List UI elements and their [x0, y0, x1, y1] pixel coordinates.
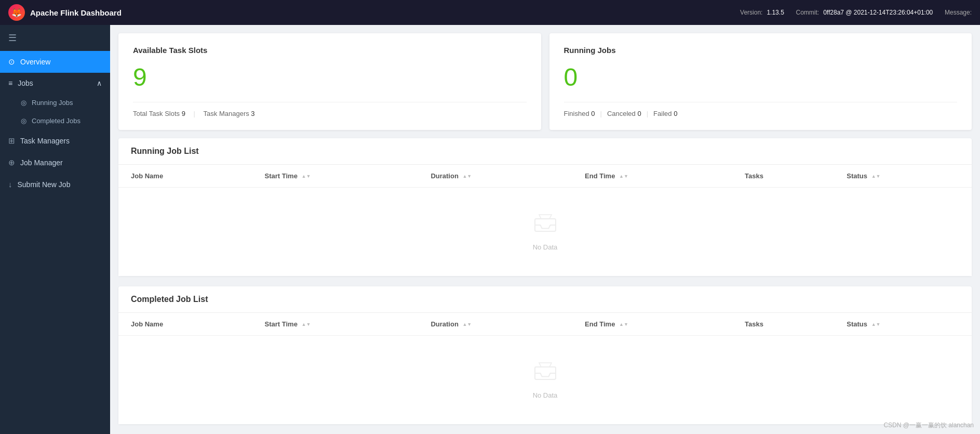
completed-jobs-circle-icon: ◎ [21, 117, 26, 125]
sidebar-jobs-left: ≡ Jobs [8, 79, 33, 87]
running-col-tasks: Tasks [732, 165, 834, 188]
jobs-icon: ≡ [8, 79, 12, 87]
running-no-data: No Data [118, 188, 972, 276]
running-no-data-icon [532, 213, 558, 238]
task-managers-label: Task Managers [204, 110, 249, 117]
running-jobs-value: 0 [564, 63, 958, 91]
jobs-chevron-icon: ∧ [97, 79, 102, 87]
task-managers-value: 3 [251, 110, 254, 117]
failed-value: 0 [674, 110, 677, 117]
completed-col-tasks: Tasks [732, 313, 834, 336]
commit-label: Commit: [796, 9, 819, 16]
completed-col-status[interactable]: Status ▲▼ [834, 313, 972, 336]
finished-label: Finished [564, 110, 589, 117]
sidebar: ☰ ⊙ Overview ≡ Jobs ∧ ◎ Running Jobs ◎ [0, 25, 110, 434]
running-col-end-time[interactable]: End Time ▲▼ [572, 165, 732, 188]
commit-value: 0ff28a7 @ 2021-12-14T23:26:04+01:00 [823, 9, 933, 16]
running-col-status[interactable]: Status ▲▼ [834, 165, 972, 188]
job-manager-icon: ⊕ [8, 158, 15, 167]
app-logo: 🦊 Apache Flink Dashboard [8, 4, 122, 21]
running-job-list-section: Running Job List Job Name Start Time ▲▼ … [118, 138, 972, 276]
overview-icon: ⊙ [8, 57, 15, 67]
running-col-job-name: Job Name [118, 165, 252, 188]
task-slots-title: Available Task Slots [133, 46, 527, 55]
running-col-duration[interactable]: Duration ▲▼ [418, 165, 572, 188]
task-slots-card: Available Task Slots 9 Total Task Slots … [118, 33, 541, 130]
completed-job-table: Job Name Start Time ▲▼ Duration ▲▼ End T… [118, 313, 972, 336]
completed-no-data: No Data [118, 336, 972, 424]
sidebar-completed-jobs-label: Completed Jobs [32, 117, 80, 125]
completed-job-list-title: Completed Job List [131, 295, 208, 304]
completed-no-data-text: No Data [533, 391, 558, 399]
version-label: Version: [740, 9, 762, 16]
sidebar-group-jobs: ≡ Jobs ∧ ◎ Running Jobs ◎ Completed Jobs [0, 73, 110, 130]
sidebar-overview-label: Overview [20, 58, 50, 66]
completed-no-data-icon [532, 361, 558, 386]
topbar-meta: Version: 1.13.5 Commit: 0ff28a7 @ 2021-1… [740, 9, 972, 16]
sidebar-submit-new-job-label: Submit New Job [18, 180, 71, 189]
completed-job-list-header: Completed Job List [118, 286, 972, 313]
canceled-value: 0 [637, 110, 641, 117]
sidebar-jobs-header[interactable]: ≡ Jobs ∧ [0, 73, 110, 94]
sidebar-item-overview[interactable]: ⊙ Overview [0, 51, 110, 73]
footer-credit: CSDN @一赢一赢的饮 alanchan [883, 422, 974, 429]
hamburger-icon: ☰ [8, 33, 17, 43]
menu-toggle[interactable]: ☰ [0, 25, 110, 51]
running-jobs-footer: Finished 0 | Canceled 0 | Failed 0 [564, 102, 958, 117]
sidebar-item-running-jobs[interactable]: ◎ Running Jobs [0, 94, 110, 112]
sidebar-item-task-managers[interactable]: ⊞ Task Managers [0, 130, 110, 152]
running-jobs-circle-icon: ◎ [21, 99, 26, 107]
submit-job-icon: ↓ [8, 180, 12, 189]
running-jobs-card: Running Jobs 0 Finished 0 | Canceled 0 |… [549, 33, 972, 130]
task-slots-value: 9 [133, 63, 527, 91]
topbar: 🦊 Apache Flink Dashboard Version: 1.13.5… [0, 0, 980, 25]
completed-col-duration[interactable]: Duration ▲▼ [418, 313, 572, 336]
canceled-label: Canceled [607, 110, 636, 117]
running-job-table: Job Name Start Time ▲▼ Duration ▲▼ End T… [118, 165, 972, 188]
main-content: Available Task Slots 9 Total Task Slots … [110, 25, 980, 434]
app-title: Apache Flink Dashboard [30, 8, 122, 17]
task-managers-icon: ⊞ [8, 136, 15, 146]
total-task-slots-value: 9 [182, 110, 185, 117]
completed-job-list-section: Completed Job List Job Name Start Time ▲… [118, 286, 972, 424]
version-value: 1.13.5 [767, 9, 784, 16]
logo-icon: 🦊 [8, 4, 25, 21]
running-job-list-title: Running Job List [131, 147, 199, 155]
sidebar-item-completed-jobs[interactable]: ◎ Completed Jobs [0, 112, 110, 130]
sidebar-running-jobs-label: Running Jobs [32, 99, 73, 107]
completed-col-end-time[interactable]: End Time ▲▼ [572, 313, 732, 336]
sidebar-job-manager-label: Job Manager [20, 159, 63, 167]
completed-col-start-time[interactable]: Start Time ▲▼ [252, 313, 419, 336]
sidebar-item-job-manager[interactable]: ⊕ Job Manager [0, 152, 110, 174]
failed-label: Failed [653, 110, 672, 117]
running-job-table-container: Job Name Start Time ▲▼ Duration ▲▼ End T… [118, 165, 972, 276]
finished-value: 0 [591, 110, 595, 117]
running-no-data-text: No Data [533, 243, 558, 251]
message-label: Message: [945, 9, 972, 16]
sidebar-item-submit-new-job[interactable]: ↓ Submit New Job [0, 174, 110, 195]
page-footer: CSDN @一赢一赢的饮 alanchan [883, 421, 974, 430]
completed-col-job-name: Job Name [118, 313, 252, 336]
task-slots-footer: Total Task Slots 9 | Task Managers 3 [133, 102, 527, 117]
stats-row: Available Task Slots 9 Total Task Slots … [118, 33, 972, 130]
sidebar-task-managers-label: Task Managers [20, 137, 70, 145]
total-task-slots-label: Total Task Slots [133, 110, 180, 117]
completed-job-table-container: Job Name Start Time ▲▼ Duration ▲▼ End T… [118, 313, 972, 424]
running-jobs-title: Running Jobs [564, 46, 958, 55]
running-col-start-time[interactable]: Start Time ▲▼ [252, 165, 419, 188]
running-job-list-header: Running Job List [118, 138, 972, 165]
sidebar-jobs-children: ◎ Running Jobs ◎ Completed Jobs [0, 94, 110, 130]
sidebar-jobs-label: Jobs [18, 79, 33, 87]
